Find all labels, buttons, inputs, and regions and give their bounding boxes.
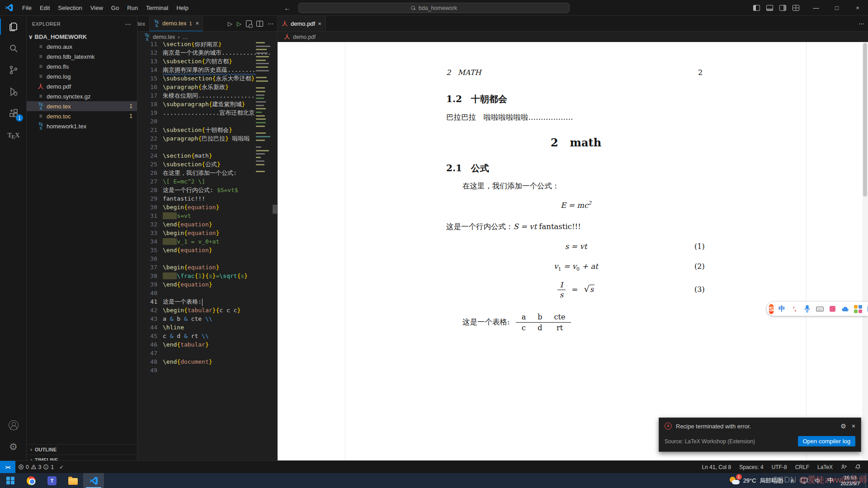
chrome-icon	[27, 476, 36, 485]
editor-scrollbar-thumb[interactable]	[273, 205, 277, 214]
pdf-viewer[interactable]: 2 MATH 2 1.2十朝都会 巴拉巴拉 啦啦啦啦啦啦……………… 2math…	[278, 42, 868, 460]
folder-root[interactable]: ∨ BDA_HOMEWORK	[27, 32, 137, 42]
punctuation-icon[interactable]: ’,	[790, 305, 799, 313]
file-row-demo.fdb_latexmk[interactable]: ≡demo.fdb_latexmk	[27, 52, 137, 61]
menu-view[interactable]: View	[86, 5, 107, 11]
activity-search[interactable]	[0, 38, 27, 59]
section-outline[interactable]: › OUTLINE	[27, 444, 137, 454]
menu-run[interactable]: Run	[123, 5, 142, 11]
gear-icon: ⚙	[9, 441, 18, 452]
toggle-secondary-sidebar-icon[interactable]	[779, 5, 786, 11]
file-row-demo.synctex.gz[interactable]: ≡demo.synctex.gz	[27, 91, 137, 101]
window-maximize-button[interactable]: □	[826, 0, 847, 16]
pdf-breadcrumb[interactable]: 人 demo.pdf	[278, 32, 868, 42]
microphone-icon[interactable]	[803, 305, 811, 313]
open-compiler-log-button[interactable]: Open compiler log	[798, 436, 856, 446]
weather-widget[interactable]: 1 29°C 局部晴朗	[726, 476, 787, 486]
activity-source-control[interactable]	[0, 59, 27, 81]
emoji-icon[interactable]	[828, 305, 837, 313]
tray-display-icon[interactable]	[797, 478, 811, 484]
language-mode[interactable]: LaTeX	[815, 464, 835, 470]
tab-close-icon[interactable]: ×	[318, 20, 321, 27]
view-pdf-icon[interactable]	[246, 20, 252, 27]
sogou-ime-toolbar[interactable]: S中’,	[767, 302, 868, 316]
taskbar-app-chrome[interactable]	[21, 473, 42, 488]
menu-file[interactable]: File	[18, 5, 36, 11]
activity-explorer[interactable]	[0, 16, 27, 38]
pdf-display-equation: E = mc2	[446, 200, 706, 210]
activity-extensions[interactable]: 1	[0, 103, 27, 124]
tray-chevron-icon[interactable]: ∧	[787, 477, 797, 484]
cloud-icon[interactable]	[841, 305, 849, 313]
keyboard-icon[interactable]	[816, 305, 824, 313]
show-desktop-button[interactable]	[865, 473, 868, 488]
feedback-icon[interactable]	[838, 464, 849, 470]
explorer-more-icon[interactable]: ⋯	[125, 20, 132, 28]
apps-grid-icon[interactable]	[854, 305, 862, 313]
run-project-icon[interactable]: ▷	[228, 20, 232, 27]
activity-settings[interactable]: ⚙	[0, 436, 27, 458]
taskbar-app-start[interactable]	[0, 473, 21, 488]
taskbar-apps: T	[0, 473, 104, 488]
minimap[interactable]	[256, 42, 272, 460]
file-icon: ≡	[38, 73, 44, 80]
problems-indicator[interactable]: 0 3 1	[15, 461, 57, 473]
tab-demo-tex[interactable]: TEX demo.tex 1 ×	[150, 16, 203, 31]
menu-terminal[interactable]: Terminal	[142, 5, 172, 11]
file-row-demo.aux[interactable]: ≡demo.aux	[27, 42, 137, 52]
file-row-homework1.tex[interactable]: TEXhomework1.tex	[27, 121, 137, 131]
chinese-mode-icon[interactable]: 中	[778, 305, 786, 313]
split-editor-icon[interactable]	[256, 21, 263, 27]
menu-go[interactable]: Go	[107, 5, 123, 11]
eol-sequence[interactable]: CRLF	[793, 464, 812, 470]
minimap-line	[256, 46, 270, 47]
tray-volume-icon[interactable]	[811, 478, 824, 483]
taskbar-clock[interactable]: 16:53 2023/9/7	[837, 475, 863, 487]
editor-group-pdf: 人 demo.pdf × ⋯ 人 demo.pdf 2 MATH 2 1.2十朝…	[277, 16, 868, 460]
tab-demo-pdf[interactable]: 人 demo.pdf ×	[278, 16, 326, 31]
pdf-scrollbar[interactable]	[862, 42, 868, 460]
command-center-search[interactable]: bda_homework	[298, 3, 570, 13]
notification-close-icon[interactable]: ×	[852, 422, 855, 430]
menu-selection[interactable]: Selection	[54, 5, 86, 11]
ime-indicator[interactable]: 中	[824, 477, 837, 485]
cursor-position[interactable]: Ln 41, Col 8	[699, 464, 734, 470]
breadcrumb[interactable]: TEX demo.tex › …	[137, 32, 277, 42]
nav-back-icon[interactable]: ←	[284, 4, 291, 12]
minimap-line	[256, 164, 264, 165]
bell-icon[interactable]	[852, 464, 863, 470]
file-row-demo.log[interactable]: ≡demo.log	[27, 71, 137, 81]
indentation[interactable]: Spaces: 4	[736, 464, 766, 470]
customize-layout-icon[interactable]	[793, 5, 799, 11]
taskbar-app-vscode[interactable]	[83, 473, 104, 488]
window-minimize-button[interactable]: —	[806, 0, 826, 16]
activity-account[interactable]	[0, 414, 27, 436]
latex-build-status[interactable]: ✓	[57, 461, 66, 473]
pdf-paragraph-lala: 巴拉巴拉 啦啦啦啦啦啦………………	[446, 113, 573, 122]
file-row-demo.tex[interactable]: TEXdemo.tex1	[27, 101, 137, 111]
notification-gear-icon[interactable]: ⚙	[840, 422, 846, 430]
toggle-sidebar-icon[interactable]	[753, 5, 760, 11]
menu-help[interactable]: Help	[172, 5, 193, 11]
file-row-demo.fls[interactable]: ≡demo.fls	[27, 61, 137, 71]
pdf-scrollbar-thumb[interactable]	[863, 43, 867, 197]
sogou-logo-icon[interactable]: S	[769, 304, 774, 314]
window-close-button[interactable]: ×	[847, 0, 868, 16]
toolbox-icon[interactable]	[866, 305, 868, 313]
encoding[interactable]: UTF-8	[769, 464, 790, 470]
toggle-panel-icon[interactable]	[766, 5, 773, 11]
taskbar-app-teams[interactable]: T	[42, 473, 62, 488]
tab-partial-tex[interactable]: tex	[137, 16, 150, 31]
build-latex-icon[interactable]: ▷	[237, 20, 241, 27]
activity-run-debug[interactable]	[0, 81, 27, 103]
editor-more-icon[interactable]: ⋯	[268, 20, 274, 27]
editor-more-icon[interactable]: ⋯	[859, 20, 864, 27]
activity-tex[interactable]: TEX	[0, 124, 27, 146]
remote-indicator[interactable]: ><	[0, 461, 15, 474]
menu-edit[interactable]: Edit	[36, 5, 54, 11]
tab-close-icon[interactable]: ×	[196, 20, 199, 27]
file-explorer-icon	[68, 478, 78, 485]
taskbar-app-file-explorer[interactable]	[62, 473, 83, 488]
file-row-demo.toc[interactable]: ≡demo.toc1	[27, 111, 137, 121]
file-row-demo.pdf[interactable]: 人demo.pdf	[27, 81, 137, 91]
